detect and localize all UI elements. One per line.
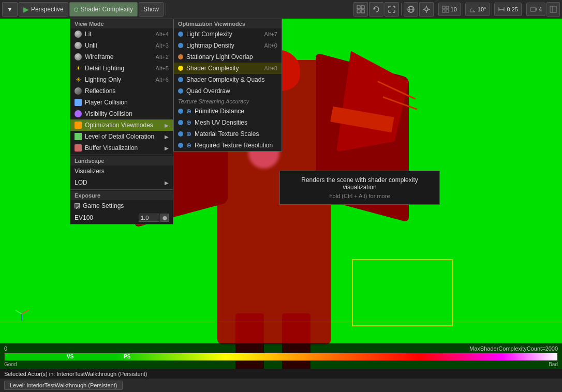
complexity-labels: Good Bad — [4, 361, 558, 368]
texture-streaming-section: Texture Streaming Accuracy — [174, 97, 282, 105]
snap-value: 0.25 — [507, 6, 517, 12]
sub-menu-shader-quads[interactable]: Shader Complexity & Quads — [174, 74, 282, 85]
reflections-label: Reflections — [85, 87, 115, 95]
maximize-btn[interactable] — [384, 2, 399, 17]
menu-item-game-settings[interactable]: ✓ Game Settings — [70, 200, 173, 212]
expand-btn[interactable] — [546, 2, 560, 17]
required-texture-label: Required Texture Resolution — [195, 142, 273, 149]
menu-item-lighting-only[interactable]: ☀ Lighting Only Alt+6 — [70, 74, 173, 85]
menu-item-wireframe[interactable]: Wireframe Alt+2 — [70, 51, 173, 63]
vs-label: VS — [67, 354, 73, 359]
camera-icon — [530, 6, 537, 13]
quad-overdraw-dot — [178, 88, 183, 94]
svg-rect-13 — [499, 9, 504, 10]
mesh-uv-dot — [178, 120, 183, 125]
level-badge: Level: InteriorTestWalkthrough (Persiste… — [4, 381, 123, 390]
selected-object-box — [352, 259, 453, 326]
menu-item-buffer[interactable]: Buffer Visualization ▶ — [70, 142, 173, 154]
dropdown-arrow-icon: ▼ — [7, 6, 13, 13]
sep-3 — [436, 3, 436, 16]
player-collision-label: Player Collision — [85, 99, 128, 106]
shader-complexity-bar: 0 MaxShaderComplexityCount=2000 VS PS Go… — [0, 343, 562, 369]
sub-menu-stationary-overlap[interactable]: Stationary Light Overlap — [174, 51, 282, 63]
camera-display: 4 — [526, 3, 545, 16]
rotate-btn[interactable] — [369, 2, 383, 17]
settings-btn[interactable] — [419, 2, 434, 17]
optimization-label: Optimization Viewmodes — [85, 122, 153, 129]
unlit-icon — [75, 42, 82, 49]
show-btn[interactable]: Show — [139, 2, 164, 17]
shader-complexity-btn[interactable]: ⬡ Shader Complexity — [69, 2, 138, 17]
lit-shortcut: Alt+4 — [156, 31, 169, 37]
svg-rect-3 — [361, 10, 364, 13]
sub-menu-material-texture[interactable]: ⊕ Material Texture Scales — [174, 128, 282, 140]
svg-marker-4 — [374, 8, 376, 10]
perspective-btn[interactable]: ▶ Perspective — [19, 2, 68, 17]
grid-btn[interactable] — [353, 2, 368, 17]
menu-item-unlit[interactable]: Unlit Alt+3 — [70, 40, 173, 51]
optimization-arrow: ▶ — [165, 123, 169, 128]
ev100-slider-btn[interactable]: ⬤ — [160, 214, 169, 222]
light-complexity-dot — [178, 32, 183, 37]
svg-rect-10 — [446, 6, 449, 9]
unlit-label: Unlit — [85, 42, 97, 49]
menu-item-reflections[interactable]: Reflections — [70, 85, 173, 97]
shader-quads-label: Shader Complexity & Quads — [186, 76, 264, 83]
ev100-control[interactable]: ⬤ — [139, 214, 169, 222]
landscape-divider — [70, 155, 173, 155]
menu-item-optimization[interactable]: Optimization Viewmodes ▶ — [70, 119, 173, 131]
menu-item-visualizers[interactable]: Visualizers — [70, 165, 173, 177]
angle-display: 10° — [465, 3, 490, 16]
shader-quads-dot — [178, 77, 183, 82]
angle-icon — [469, 6, 476, 13]
sub-menu-primitive-distance[interactable]: ⊕ Primitive Distance — [174, 105, 282, 117]
toolbar-right: 10 10° 0.25 4 — [353, 2, 560, 17]
menu-item-lod[interactable]: Level of Detail Coloration ▶ — [70, 131, 173, 142]
lighting-only-label: Lighting Only — [85, 76, 121, 83]
sep-4 — [463, 3, 463, 16]
sub-menu-mesh-uv[interactable]: ⊕ Mesh UV Densities — [174, 117, 282, 128]
detail-lighting-shortcut: Alt+5 — [156, 65, 169, 71]
globe-btn[interactable] — [404, 2, 418, 17]
player-collision-icon — [75, 99, 82, 106]
menu-item-player-collision[interactable]: Player Collision — [70, 97, 173, 108]
settings-icon — [422, 5, 431, 13]
game-settings-checkbox: ✓ — [75, 203, 80, 208]
snap-icon — [498, 6, 505, 13]
material-texture-icon-2: ⊕ — [186, 130, 191, 138]
menu-item-lit[interactable]: Lit Alt+4 — [70, 28, 173, 40]
svg-line-19 — [22, 310, 28, 314]
shader-icon: ⬡ — [74, 7, 79, 12]
complexity-zero-label: 0 — [4, 345, 7, 352]
optimization-submenu: Optimization Viewmodes Light Complexity … — [173, 19, 282, 152]
svg-rect-0 — [357, 6, 360, 9]
sep-5 — [492, 3, 492, 16]
mesh-uv-icon-2: ⊕ — [186, 119, 191, 126]
menu-item-detail-lighting[interactable]: ☀ Detail Lighting Alt+5 — [70, 63, 173, 74]
svg-point-8 — [425, 8, 428, 11]
grid-size-display: 10 — [438, 3, 461, 16]
detail-lighting-icon: ☀ — [75, 65, 82, 72]
sub-menu-light-complexity[interactable]: Light Complexity Alt+7 — [174, 28, 282, 40]
menu-item-lod-landscape[interactable]: LOD ▶ — [70, 177, 173, 188]
sub-menu-quad-overdraw[interactable]: Quad Overdraw — [174, 85, 282, 97]
sub-menu-required-texture[interactable]: ⊕ Required Texture Resolution — [174, 140, 282, 151]
ev100-input[interactable] — [139, 214, 159, 222]
good-label: Good — [4, 361, 17, 367]
lod-landscape-arrow: ▶ — [165, 180, 169, 186]
lod-landscape-label: LOD — [75, 179, 87, 186]
lightmap-density-label: Lightmap Density — [186, 42, 234, 49]
mesh-uv-label: Mesh UV Densities — [195, 119, 247, 126]
primitive-distance-dot — [178, 109, 183, 114]
axis-svg — [13, 305, 31, 323]
viewport-dropdown-btn[interactable]: ▼ — [2, 2, 18, 17]
sub-menu-lightmap-density[interactable]: Lightmap Density Alt+0 — [174, 40, 282, 51]
menu-item-visibility-collision[interactable]: Visibility Collision — [70, 108, 173, 119]
view-mode-header: View Mode — [70, 19, 173, 28]
buffer-icon — [75, 144, 82, 152]
material-texture-dot — [178, 131, 183, 137]
complexity-header: 0 MaxShaderComplexityCount=2000 — [4, 345, 558, 352]
expand-icon — [550, 6, 557, 13]
material-texture-label: Material Texture Scales — [195, 130, 259, 138]
sub-menu-shader-complexity[interactable]: Shader Complexity Alt+8 — [174, 63, 282, 74]
